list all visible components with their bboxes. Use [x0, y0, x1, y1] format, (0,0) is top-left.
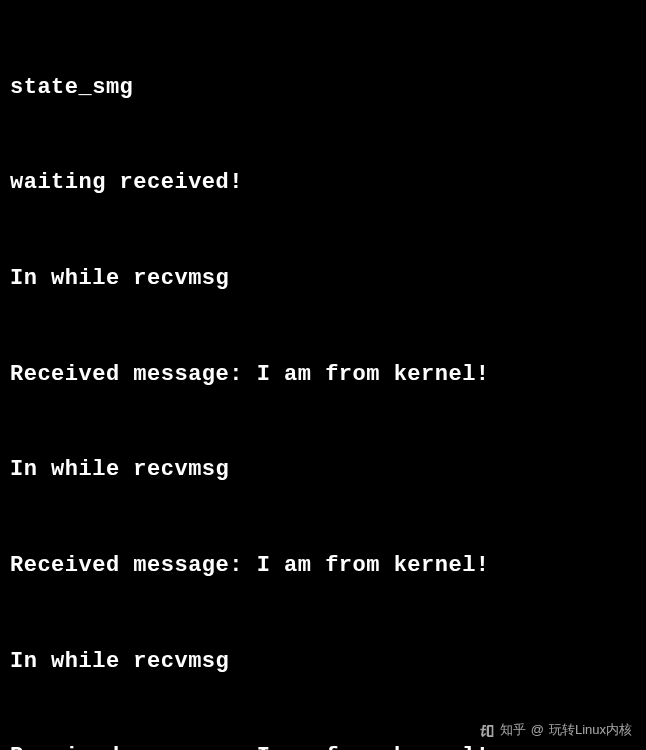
terminal-line: waiting received!	[10, 167, 636, 199]
watermark: 知乎 @ 玩转Linux内核	[479, 721, 632, 740]
terminal-line: Received message: I am from kernel!	[10, 550, 636, 582]
zhihu-icon	[479, 723, 495, 739]
terminal-output: state_smg waiting received! In while rec…	[10, 8, 636, 750]
terminal-line: Received message: I am from kernel!	[10, 741, 636, 750]
terminal-line: state_smg	[10, 72, 636, 104]
terminal-line: In while recvmsg	[10, 263, 636, 295]
watermark-at: @	[531, 721, 544, 740]
watermark-author: 玩转Linux内核	[549, 721, 632, 740]
watermark-prefix: 知乎	[500, 721, 526, 740]
terminal-line: In while recvmsg	[10, 646, 636, 678]
terminal-line: Received message: I am from kernel!	[10, 359, 636, 391]
terminal-line: In while recvmsg	[10, 454, 636, 486]
